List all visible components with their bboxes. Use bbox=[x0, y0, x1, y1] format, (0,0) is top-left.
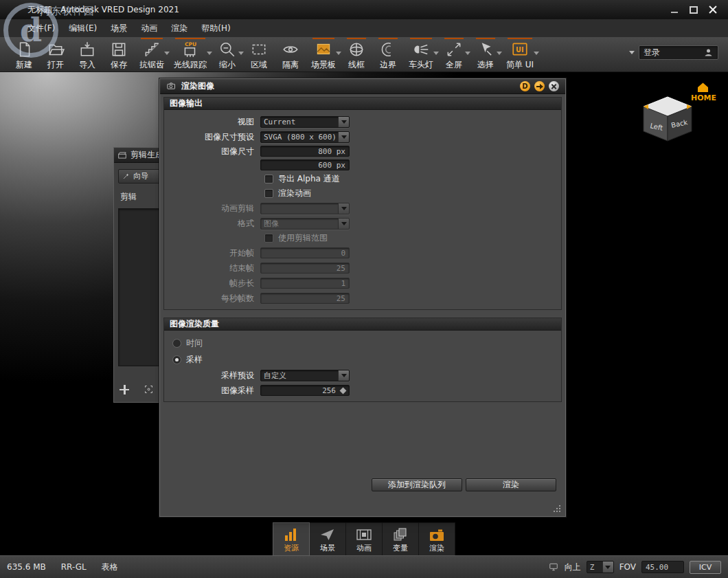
toolbar-button-zoom-out[interactable]: 缩小 bbox=[212, 38, 243, 71]
toolbar-button-import[interactable]: 导入 bbox=[71, 38, 103, 71]
module-variants[interactable]: 变量 bbox=[383, 523, 418, 555]
statusbar-left: 635.6 MB RR-GL 表格 bbox=[7, 562, 118, 573]
menu-animation[interactable]: 动画 bbox=[134, 20, 164, 37]
image-height-field[interactable]: 600 px bbox=[260, 159, 350, 170]
dialog-buttons: 添加到渲染队列 渲染 bbox=[372, 478, 556, 491]
sampling-preset-select[interactable]: 自定义 bbox=[260, 370, 350, 381]
statusbar: 635.6 MB RR-GL 表格 向上 Z FOV 45.00 ICV bbox=[0, 555, 728, 578]
icv-button[interactable]: ICV bbox=[690, 561, 721, 574]
select-cursor-icon bbox=[477, 40, 495, 58]
end-frame-label: 结束帧 bbox=[168, 263, 260, 274]
menu-help[interactable]: 帮助(H) bbox=[194, 20, 237, 37]
fov-field[interactable]: 45.00 bbox=[641, 561, 684, 573]
chevron-down-icon[interactable] bbox=[338, 117, 349, 127]
render-animation-checkbox[interactable] bbox=[264, 189, 273, 198]
image-size-label: 图像尺寸 bbox=[168, 146, 260, 157]
render-camera-icon bbox=[429, 528, 444, 542]
up-axis-select[interactable]: Z bbox=[587, 561, 614, 573]
image-output-section: 图像输出 视图 Current 图像尺寸预设 SVGA (800 x 600) bbox=[163, 97, 562, 310]
raytrace-cpu-icon: CPU bbox=[181, 40, 200, 58]
time-radio[interactable] bbox=[172, 339, 181, 348]
chevron-down-icon[interactable] bbox=[602, 562, 613, 573]
export-alpha-checkbox[interactable] bbox=[264, 175, 273, 184]
sampling-radio[interactable] bbox=[172, 355, 181, 364]
toolbar-button-raytrace[interactable]: CPU 光线跟踪 bbox=[169, 38, 212, 71]
sceneplate-icon bbox=[315, 40, 333, 58]
stepper-handle-icon[interactable] bbox=[340, 387, 347, 394]
time-radio-label: 时间 bbox=[186, 337, 203, 349]
menubar: 文件(F) 编辑(E) 场景 动画 渲染 帮助(H) bbox=[0, 19, 728, 37]
viewcube[interactable]: HOME Left Back bbox=[632, 78, 721, 153]
start-frame-label: 开始帧 bbox=[168, 247, 260, 259]
undock-arrow-button[interactable] bbox=[534, 81, 545, 91]
window-title: 无标题 - Autodesk VRED Design 2021 bbox=[27, 4, 179, 16]
3d-viewport[interactable]: 剪辑生成器 向导 剪辑 渲染图像 D bbox=[0, 72, 728, 555]
toolbar-button-new[interactable]: 新建 bbox=[8, 38, 40, 71]
login-button[interactable]: 登录 bbox=[639, 45, 718, 60]
toolbar-button-select[interactable]: 选择 bbox=[470, 38, 501, 71]
toolbar-button-save[interactable]: 保存 bbox=[103, 38, 135, 71]
antialias-icon bbox=[143, 40, 161, 58]
toolbar-button-simple-ui[interactable]: UI 简单 UI bbox=[501, 38, 538, 71]
home-icon bbox=[698, 83, 708, 93]
restore-button[interactable] bbox=[690, 6, 698, 14]
dialog-controls: D bbox=[520, 81, 559, 91]
module-render[interactable]: 渲染 bbox=[419, 523, 455, 555]
animation-icon bbox=[356, 528, 372, 542]
menu-render[interactable]: 渲染 bbox=[164, 20, 194, 37]
sampling-preset-label: 采样预设 bbox=[168, 370, 260, 381]
toolbar-button-antialias[interactable]: 抗锯齿 bbox=[135, 38, 169, 71]
image-width-field[interactable]: 800 px bbox=[260, 146, 350, 157]
module-bar: 资源 场景 动画 变量 渲染 bbox=[273, 522, 455, 555]
menu-edit[interactable]: 编辑(E) bbox=[62, 20, 104, 37]
resize-grip[interactable] bbox=[554, 504, 561, 512]
toolbar-button-wireframe[interactable]: 线框 bbox=[341, 38, 372, 71]
render-button[interactable]: 渲染 bbox=[466, 478, 556, 491]
variants-icon bbox=[393, 528, 408, 542]
export-alpha-label: 导出 Alpha 通道 bbox=[278, 173, 340, 185]
module-assets[interactable]: 资源 bbox=[273, 523, 309, 555]
view-select[interactable]: Current bbox=[260, 116, 350, 128]
toolbar-button-fullscreen[interactable]: 全屏 bbox=[438, 38, 470, 71]
use-clip-range-label: 使用剪辑范围 bbox=[278, 232, 328, 244]
toolbar-button-isolate[interactable]: 隔离 bbox=[275, 38, 306, 71]
user-icon bbox=[703, 47, 714, 58]
fit-view-icon[interactable] bbox=[143, 384, 155, 395]
save-icon bbox=[110, 40, 128, 58]
boundary-icon bbox=[379, 40, 398, 58]
main-toolbar: 新建 打开 导入 保存 抗锯齿 CPU 光线跟踪 缩小 bbox=[0, 37, 728, 72]
toolbar-button-sceneplate[interactable]: 场景板 bbox=[306, 38, 341, 71]
chevron-down-icon bbox=[338, 203, 349, 214]
add-clip-button[interactable] bbox=[120, 385, 129, 394]
chevron-down-icon[interactable] bbox=[629, 51, 635, 54]
menu-file[interactable]: 文件(F) bbox=[21, 20, 62, 37]
dialog-titlebar[interactable]: 渲染图像 D bbox=[160, 79, 565, 94]
frame-step-field: 1 bbox=[260, 278, 350, 289]
toolbar-button-open[interactable]: 打开 bbox=[40, 38, 71, 71]
module-scene[interactable]: 场景 bbox=[310, 523, 345, 555]
chevron-down-icon[interactable] bbox=[338, 370, 349, 381]
toolbar-button-region[interactable]: 区域 bbox=[243, 38, 275, 71]
image-sampling-stepper[interactable]: 256 bbox=[260, 385, 350, 396]
size-preset-select[interactable]: SVGA (800 x 600) bbox=[260, 131, 350, 143]
simple-ui-icon: UI bbox=[511, 40, 530, 58]
dialog-close-button[interactable] bbox=[549, 81, 559, 91]
wizard-tab[interactable]: 向导 bbox=[118, 169, 162, 184]
image-sampling-label: 图像采样 bbox=[168, 385, 260, 397]
close-button[interactable] bbox=[709, 6, 717, 14]
dock-button[interactable]: D bbox=[520, 81, 530, 91]
zoom-out-icon bbox=[218, 40, 237, 58]
frame-step-label: 帧步长 bbox=[168, 278, 260, 289]
toolbar-button-boundary[interactable]: 边界 bbox=[372, 38, 404, 71]
menu-scene[interactable]: 场景 bbox=[104, 20, 134, 37]
view-label: 视图 bbox=[168, 116, 260, 128]
render-animation-label: 渲染动画 bbox=[278, 188, 311, 199]
add-to-render-queue-button[interactable]: 添加到渲染队列 bbox=[372, 478, 462, 491]
module-animation[interactable]: 动画 bbox=[346, 523, 382, 555]
display-mode: 表格 bbox=[102, 562, 118, 573]
toolbar-button-headlight[interactable]: 车头灯 bbox=[404, 38, 438, 71]
wireframe-globe-icon bbox=[348, 40, 366, 58]
format-select: 图像 bbox=[260, 218, 350, 230]
chevron-down-icon[interactable] bbox=[338, 132, 349, 142]
minimize-button[interactable] bbox=[670, 6, 679, 14]
